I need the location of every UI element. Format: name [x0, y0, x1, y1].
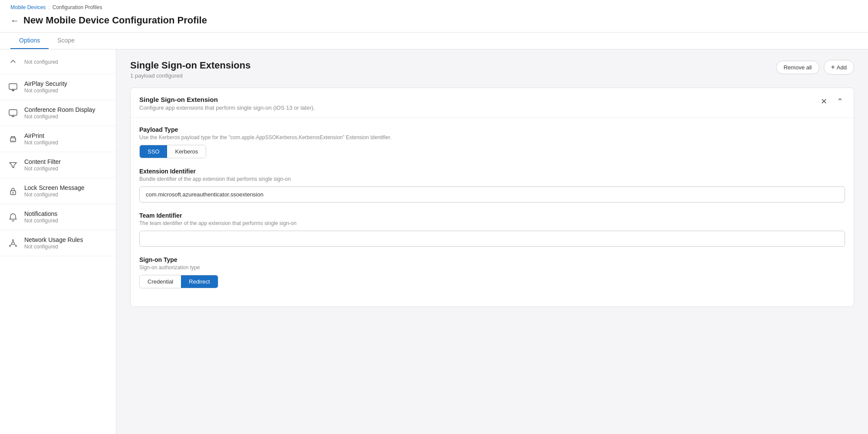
notifications-status: Not configured	[24, 218, 58, 224]
conference-room-status: Not configured	[24, 114, 95, 120]
card-description: Configure app extensions that perform si…	[139, 104, 315, 111]
add-button[interactable]: + Add	[824, 60, 854, 75]
payload-type-desc: Use the Kerberos payload type for the "c…	[139, 134, 845, 140]
payload-type-toggle: SSO Kerberos	[139, 145, 206, 158]
svg-point-8	[10, 245, 11, 246]
svg-rect-0	[9, 84, 17, 89]
breadcrumb-separator: :	[48, 4, 49, 10]
airprint-status: Not configured	[24, 140, 58, 146]
breadcrumb: Mobile Devices : Configuration Profiles	[10, 0, 858, 12]
sso-extension-card: Single Sign-on Extension Configure app e…	[130, 88, 854, 307]
tab-options[interactable]: Options	[10, 33, 49, 49]
content-filter-label: Content Filter	[24, 158, 61, 165]
sign-on-type-toggle: Credential Redirect	[139, 275, 218, 288]
chevron-up-icon	[7, 55, 19, 68]
svg-point-6	[13, 192, 14, 193]
extension-identifier-input[interactable]	[139, 186, 845, 202]
svg-rect-3	[11, 140, 15, 141]
airplay-security-status: Not configured	[24, 88, 67, 94]
team-identifier-label: Team Identifier	[139, 212, 845, 219]
svg-point-9	[16, 245, 17, 246]
team-identifier-input[interactable]	[139, 231, 845, 247]
network-usage-status: Not configured	[24, 244, 83, 250]
extension-identifier-label: Extension Identifier	[139, 168, 845, 175]
extension-identifier-section: Extension Identifier Bundle identifier o…	[139, 168, 845, 202]
add-label: Add	[837, 64, 847, 71]
section-actions: Remove all + Add	[776, 60, 854, 75]
airplay-security-label: AirPlay Security	[24, 80, 67, 87]
sidebar-item-content-filter[interactable]: Content Filter Not configured	[0, 152, 116, 178]
tab-scope[interactable]: Scope	[49, 33, 83, 49]
extension-identifier-desc: Bundle identifier of the app extension t…	[139, 176, 845, 182]
card-header-actions: ✕ ⌃	[819, 96, 845, 107]
airplay-icon	[7, 81, 19, 93]
filter-icon	[7, 159, 19, 171]
notifications-label: Notifications	[24, 210, 58, 217]
network-usage-label: Network Usage Rules	[24, 236, 83, 243]
svg-point-7	[12, 242, 14, 245]
sidebar-item-network-usage[interactable]: Network Usage Rules Not configured	[0, 230, 116, 256]
main-content: Single Sign-on Extensions 1 payload conf…	[116, 49, 868, 434]
svg-point-4	[15, 139, 16, 140]
sign-on-redirect-btn[interactable]: Redirect	[181, 275, 217, 288]
display-icon	[7, 107, 19, 119]
sidebar-item-conference-room[interactable]: Conference Room Display Not configured	[0, 100, 116, 126]
card-body: Payload Type Use the Kerberos payload ty…	[131, 117, 854, 307]
page-title-area: ← New Mobile Device Configuration Profil…	[10, 12, 858, 32]
bell-icon	[7, 211, 19, 223]
svg-line-13	[14, 244, 16, 245]
top-item-status: Not configured	[24, 59, 58, 65]
team-identifier-section: Team Identifier The team identifier of t…	[139, 212, 845, 247]
payload-type-label: Payload Type	[139, 126, 845, 133]
page-title: New Mobile Device Configuration Profile	[23, 15, 207, 26]
lock-screen-status: Not configured	[24, 192, 85, 198]
payload-type-sso-btn[interactable]: SSO	[140, 145, 167, 158]
svg-line-12	[11, 244, 12, 245]
svg-point-10	[13, 239, 14, 241]
conference-room-label: Conference Room Display	[24, 106, 95, 113]
breadcrumb-current: Configuration Profiles	[53, 4, 102, 10]
payload-type-section: Payload Type Use the Kerberos payload ty…	[139, 126, 845, 158]
sign-on-type-label: Sign-on Type	[139, 256, 845, 263]
sidebar-item-top: Not configured	[0, 49, 116, 74]
sign-on-type-desc: Sign-on authorization type	[139, 264, 845, 271]
tabs-bar: Options Scope	[0, 33, 868, 49]
team-identifier-desc: The team identifier of the app extension…	[139, 220, 845, 226]
sidebar-item-lock-screen[interactable]: Lock Screen Message Not configured	[0, 178, 116, 204]
network-icon	[7, 237, 19, 249]
lock-icon	[7, 185, 19, 197]
sign-on-type-section: Sign-on Type Sign-on authorization type …	[139, 256, 845, 288]
section-header: Single Sign-on Extensions 1 payload conf…	[130, 60, 854, 79]
card-close-button[interactable]: ✕	[819, 96, 829, 107]
section-subtitle: 1 payload configured	[130, 72, 250, 79]
svg-rect-1	[9, 110, 17, 115]
sidebar-item-notifications[interactable]: Notifications Not configured	[0, 204, 116, 230]
card-collapse-button[interactable]: ⌃	[835, 96, 845, 107]
section-title: Single Sign-on Extensions	[130, 60, 250, 71]
sidebar: Not configured AirPlay Security Not conf…	[0, 49, 116, 434]
sidebar-item-airplay-security[interactable]: AirPlay Security Not configured	[0, 74, 116, 100]
card-header: Single Sign-on Extension Configure app e…	[131, 88, 854, 117]
airprint-label: AirPrint	[24, 132, 58, 139]
plus-icon: +	[831, 63, 835, 71]
print-icon	[7, 133, 19, 145]
card-title: Single Sign-on Extension	[139, 96, 315, 103]
payload-type-kerberos-btn[interactable]: Kerberos	[167, 145, 206, 158]
sign-on-credential-btn[interactable]: Credential	[140, 275, 181, 288]
content-filter-status: Not configured	[24, 166, 61, 172]
sidebar-item-airprint[interactable]: AirPrint Not configured	[0, 126, 116, 152]
remove-all-button[interactable]: Remove all	[776, 61, 819, 74]
back-button[interactable]: ←	[10, 16, 19, 26]
breadcrumb-parent[interactable]: Mobile Devices	[10, 4, 46, 10]
lock-screen-label: Lock Screen Message	[24, 184, 85, 191]
